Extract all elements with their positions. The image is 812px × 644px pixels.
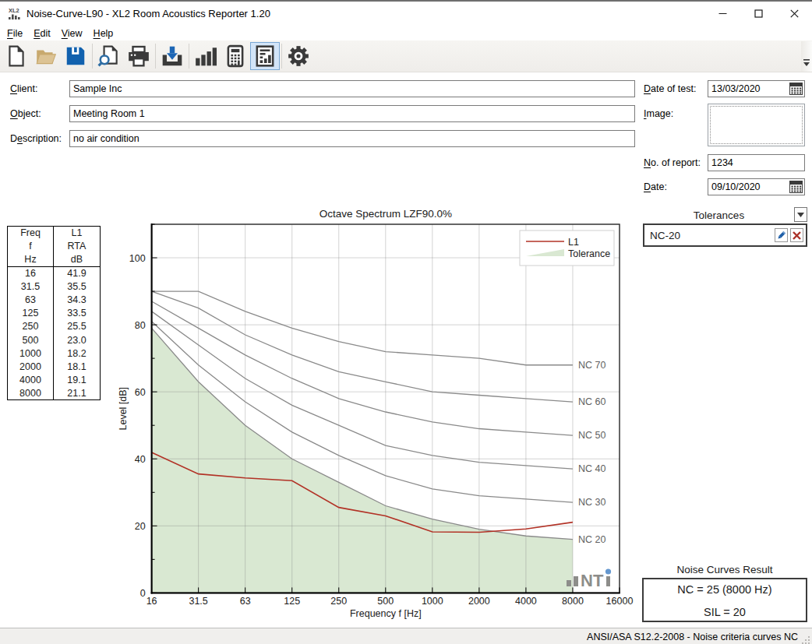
no-of-report-label: No. of report: (644, 157, 701, 168)
statusbar-text: ANSI/ASA S12.2-2008 - Noise criteria cur… (587, 632, 798, 642)
level-table-header-freq: FreqfHz (8, 227, 54, 267)
menubar: FileEditViewHelp (0, 26, 812, 40)
svg-text:250: 250 (330, 596, 347, 607)
svg-text:NC 20: NC 20 (578, 534, 605, 545)
new-document-icon (5, 44, 28, 68)
svg-text:31.5: 31.5 (189, 596, 207, 607)
menu-help[interactable]: Help (88, 26, 119, 40)
date-field (708, 178, 805, 195)
toolbar-button-print[interactable] (124, 42, 154, 70)
svg-text:16: 16 (147, 596, 157, 607)
toolbar-button-print-preview[interactable] (94, 42, 124, 70)
level-cell: 18.1 (54, 360, 101, 373)
bar-chart-icon (194, 44, 217, 68)
toolbar-button-save[interactable] (61, 42, 90, 70)
menu-view[interactable]: View (56, 26, 88, 40)
svg-text:63: 63 (240, 596, 251, 607)
result-box: NC = 25 (8000 Hz) SIL = 20 (642, 578, 807, 622)
print-preview-icon (97, 44, 121, 68)
delete-tolerance-button[interactable] (790, 228, 803, 242)
svg-text:NT: NT (581, 571, 604, 590)
object-input[interactable] (69, 105, 635, 122)
level-table-row: 25025.5 (8, 320, 101, 333)
svg-text:NC 60: NC 60 (578, 396, 605, 407)
svg-text:NC 70: NC 70 (578, 360, 605, 371)
svg-text:NC 30: NC 30 (578, 497, 605, 508)
maximize-button[interactable] (740, 2, 776, 26)
red-x-icon (793, 231, 801, 240)
date-label: Date: (644, 181, 667, 192)
svg-text:Frequency f [Hz]: Frequency f [Hz] (350, 608, 422, 619)
description-label: Description: (10, 133, 62, 144)
freq-cell: 125 (8, 307, 54, 320)
level-cell: 41.9 (54, 267, 101, 280)
no-of-report-input[interactable] (708, 154, 805, 171)
app-window: XL2 Noise-Curve-L90 - XL2 Room Acoustics… (0, 0, 812, 644)
freq-cell: 8000 (8, 386, 54, 399)
svg-text:80: 80 (135, 320, 146, 331)
toolbar-separator (280, 44, 284, 69)
date-of-test-label: Date of test: (644, 83, 696, 94)
toolbar-button-new-document[interactable] (2, 42, 31, 70)
calendar-icon (789, 181, 803, 193)
toolbar-overflow-button[interactable] (801, 41, 812, 72)
toolbar-button-calculator[interactable] (221, 42, 250, 70)
toolbar-button-export[interactable] (157, 42, 187, 70)
close-button[interactable] (776, 2, 812, 26)
report-chart-icon (253, 44, 277, 68)
client-label: Client: (10, 83, 37, 94)
calendar-icon (789, 83, 803, 95)
settings-gear-icon (287, 44, 310, 68)
toolbar-button-report-chart[interactable] (250, 42, 280, 70)
freq-cell: 500 (8, 333, 54, 347)
tolerances-dropdown-button[interactable] (794, 207, 807, 222)
level-cell: 35.5 (54, 280, 101, 294)
svg-text:60: 60 (135, 387, 146, 398)
menu-file[interactable]: File (2, 26, 28, 40)
svg-text:NC 50: NC 50 (578, 430, 605, 441)
statusbar: ANSI/ASA S12.2-2008 - Noise criteria cur… (0, 628, 812, 644)
svg-text:2000: 2000 (468, 596, 490, 607)
svg-text:4000: 4000 (515, 596, 537, 607)
toolbar-button-bar-chart[interactable] (191, 42, 221, 70)
date-of-test-calendar-button[interactable] (789, 83, 803, 95)
client-input[interactable] (69, 80, 635, 97)
description-input[interactable] (69, 130, 635, 147)
edit-tolerance-button[interactable] (775, 228, 788, 242)
export-icon (161, 44, 184, 68)
maximize-icon (754, 9, 763, 18)
chevron-down-icon (797, 213, 804, 217)
level-cell: 34.3 (54, 294, 101, 307)
svg-text:20: 20 (135, 521, 146, 532)
result-title: Noise Curves Result (642, 564, 807, 575)
level-table-row: 31.535.5 (8, 280, 101, 294)
main-content: Client: Object: Description: Date of tes… (0, 72, 812, 628)
resize-grip-icon[interactable] (801, 635, 811, 644)
level-table-row: 100018.2 (8, 347, 101, 360)
svg-text:XL2: XL2 (9, 7, 19, 14)
toolbar-button-open-folder[interactable] (31, 42, 61, 70)
date-of-test-field (708, 80, 805, 97)
level-cell: 25.5 (54, 320, 101, 333)
open-folder-icon (34, 44, 58, 68)
toolbar-button-settings-gear[interactable] (284, 42, 313, 70)
svg-text:Level [dB]: Level [dB] (118, 387, 129, 431)
menu-edit[interactable]: Edit (28, 26, 56, 40)
minimize-icon (718, 9, 727, 18)
level-cell: 18.2 (54, 347, 101, 360)
xl2-app-icon: XL2 (8, 7, 22, 21)
print-icon (127, 44, 150, 68)
window-title: Noise-Curve-L90 - XL2 Room Acoustics Rep… (26, 8, 270, 19)
freq-cell: 16 (8, 267, 54, 280)
freq-cell: 250 (8, 320, 54, 333)
pencil-icon (776, 231, 786, 241)
minimize-button[interactable] (704, 2, 740, 26)
tolerance-item[interactable]: NC-20 (643, 223, 807, 247)
svg-text:1000: 1000 (422, 596, 443, 607)
svg-text:0: 0 (140, 588, 146, 599)
image-dropzone[interactable] (708, 104, 805, 146)
tolerances-title: Tolerances (644, 209, 794, 221)
freq-cell: 4000 (8, 373, 54, 386)
date-calendar-button[interactable] (789, 181, 803, 193)
toolbar-separator (187, 44, 191, 69)
